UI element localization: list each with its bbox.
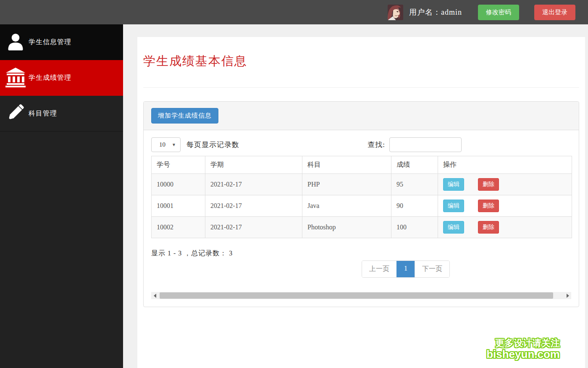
pagination-next[interactable]: 下一页 xyxy=(415,261,449,277)
sidebar-item-subjects[interactable]: 科目管理 xyxy=(0,96,123,131)
cell-term: 2021-02-17 xyxy=(205,217,302,238)
col-header-score[interactable]: 成绩 xyxy=(391,156,438,174)
pagination: 上一页 1 下一页 xyxy=(362,260,450,278)
topbar: 用户名：admin 修改密码 退出登录 xyxy=(0,0,588,24)
delete-button[interactable]: 删除 xyxy=(478,178,499,191)
delete-button[interactable]: 删除 xyxy=(478,200,499,212)
main-content: 学生成绩基本信息 增加学生成绩信息 10 ▼ 每页显示记录数 查找: xyxy=(123,24,588,368)
watermark-line1: 更多设计请关注 xyxy=(486,338,560,348)
sidebar-item-label: 学生信息管理 xyxy=(29,38,71,47)
horizontal-scrollbar xyxy=(151,292,571,299)
col-header-subject[interactable]: 科目 xyxy=(302,156,391,174)
search-group: 查找: xyxy=(368,137,462,152)
change-password-button[interactable]: 修改密码 xyxy=(478,5,519,20)
content-card: 学生成绩基本信息 增加学生成绩信息 10 ▼ 每页显示记录数 查找: xyxy=(137,37,585,368)
page-title: 学生成绩基本信息 xyxy=(143,53,579,70)
panel-heading: 增加学生成绩信息 xyxy=(144,102,579,130)
table-header-row: 学号 学期 科目 成绩 操作 xyxy=(152,156,572,174)
scores-panel: 增加学生成绩信息 10 ▼ 每页显示记录数 查找: xyxy=(143,101,579,307)
records-summary: 显示 1 - 3 ，总记录数： 3 xyxy=(151,249,571,258)
col-header-id[interactable]: 学号 xyxy=(152,156,205,174)
title-divider xyxy=(143,87,579,88)
table-row: 100012021-02-17Java90编辑删除 xyxy=(152,195,572,217)
cell-subject: Java xyxy=(302,195,391,217)
col-header-term[interactable]: 学期 xyxy=(205,156,302,174)
sidebar: 学生信息管理 学生成绩管理 科目管理 xyxy=(0,24,123,368)
pagination-page-1[interactable]: 1 xyxy=(396,261,415,277)
cell-subject: PHP xyxy=(302,174,391,195)
page-size-value: 10 xyxy=(159,141,165,148)
cell-score: 100 xyxy=(391,217,438,238)
logout-button[interactable]: 退出登录 xyxy=(534,5,575,20)
sidebar-item-label: 科目管理 xyxy=(29,109,57,118)
table-row: 100022021-02-17Photoshop100编辑删除 xyxy=(152,217,572,238)
edit-button[interactable]: 编辑 xyxy=(443,221,464,234)
cell-score: 95 xyxy=(391,174,438,195)
table-row: 100002021-02-17PHP95编辑删除 xyxy=(152,174,572,195)
cell-id: 10001 xyxy=(152,195,205,217)
sidebar-item-label: 学生成绩管理 xyxy=(29,74,71,82)
cell-id: 10002 xyxy=(152,217,205,238)
edit-button[interactable]: 编辑 xyxy=(443,200,464,212)
scores-table: 学号 学期 科目 成绩 操作 100002021-02-17PHP95编辑删除1… xyxy=(151,156,572,238)
watermark-line2: bisheyun.com xyxy=(486,348,560,361)
scrollbar-thumb[interactable] xyxy=(160,292,553,299)
scroll-left-arrow-icon[interactable] xyxy=(151,292,158,299)
bank-icon xyxy=(3,67,28,89)
cell-term: 2021-02-17 xyxy=(205,195,302,217)
pagination-row: 上一页 1 下一页 xyxy=(151,260,450,278)
table-body: 100002021-02-17PHP95编辑删除100012021-02-17J… xyxy=(152,174,572,238)
add-score-button[interactable]: 增加学生成绩信息 xyxy=(151,108,218,124)
cell-actions: 编辑删除 xyxy=(438,174,572,195)
scrollbar-track[interactable] xyxy=(158,292,564,299)
delete-button[interactable]: 删除 xyxy=(478,221,499,234)
cell-actions: 编辑删除 xyxy=(438,195,572,217)
sidebar-item-student-info[interactable]: 学生信息管理 xyxy=(0,24,123,60)
table-controls: 10 ▼ 每页显示记录数 查找: xyxy=(151,137,571,152)
cell-subject: Photoshop xyxy=(302,217,391,238)
cell-actions: 编辑删除 xyxy=(438,217,572,238)
page-size-select[interactable]: 10 ▼ xyxy=(151,137,181,152)
scroll-right-arrow-icon[interactable] xyxy=(564,292,571,299)
page-size-label: 每页显示记录数 xyxy=(186,140,239,150)
watermark: 更多设计请关注 bisheyun.com xyxy=(486,338,560,361)
cell-id: 10000 xyxy=(152,174,205,195)
cell-score: 90 xyxy=(391,195,438,217)
sidebar-item-student-scores[interactable]: 学生成绩管理 xyxy=(0,60,123,96)
avatar-image xyxy=(388,5,403,20)
col-header-actions: 操作 xyxy=(438,156,572,174)
cell-term: 2021-02-17 xyxy=(205,174,302,195)
user-icon xyxy=(3,33,28,52)
user-avatar[interactable] xyxy=(388,5,403,20)
chevron-down-icon: ▼ xyxy=(172,142,176,147)
pagination-prev[interactable]: 上一页 xyxy=(362,261,396,277)
username-label: 用户名：admin xyxy=(409,7,462,17)
search-input[interactable] xyxy=(389,137,462,152)
pencil-icon xyxy=(3,103,28,124)
panel-body: 10 ▼ 每页显示记录数 查找: 学号 学期 科目 xyxy=(144,130,579,307)
edit-button[interactable]: 编辑 xyxy=(443,178,464,191)
search-label: 查找: xyxy=(368,140,385,150)
